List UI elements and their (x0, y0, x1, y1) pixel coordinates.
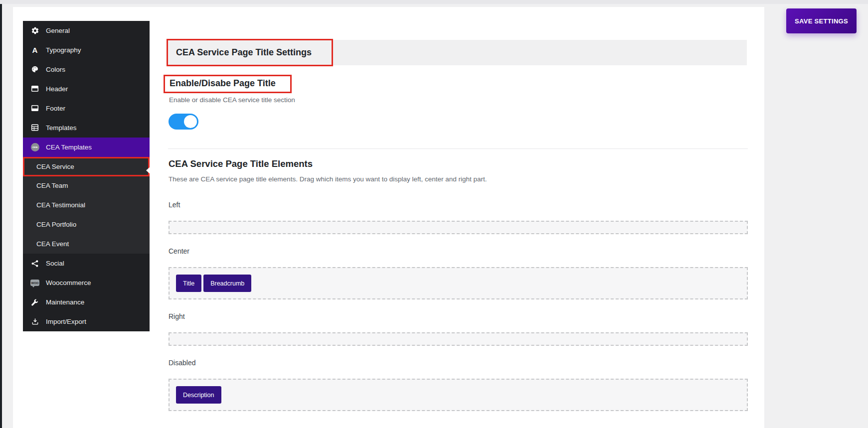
sidebar-item-cea-portfolio[interactable]: CEA Portfolio (23, 215, 150, 234)
typography-icon: A (30, 46, 40, 54)
dropzone-left[interactable] (169, 221, 748, 234)
dropzones: LeftCenterTitleBreadcrumbRightDisabledDe… (169, 197, 748, 411)
footer-icon (30, 104, 40, 112)
sidebar-item-label: Woocommerce (46, 279, 91, 286)
elements-description: These are CEA service page title element… (169, 175, 487, 183)
sidebar-item-label: CEA Event (36, 240, 69, 248)
sidebar-item-label: Import/Export (46, 318, 86, 325)
page-title-toggle[interactable] (169, 114, 198, 130)
sidebar-item-cea-service[interactable]: CEA Service (23, 157, 150, 176)
page-title: CEA Service Page Title Settings (176, 47, 312, 58)
wrench-icon (30, 298, 40, 306)
sidebar-item-header[interactable]: Header (23, 79, 150, 99)
sidebar-item-import-export[interactable]: Import/Export (23, 312, 150, 331)
enable-page-title-description: Enable or disable CEA service title sect… (169, 96, 295, 104)
palette-icon (30, 65, 40, 73)
import-export-icon (30, 318, 40, 325)
page: { "save_button": { "label": "SAVE SETTIN… (0, 0, 868, 428)
sidebar-item-cea-event[interactable]: CEA Event (23, 234, 150, 254)
dropzone-center[interactable]: TitleBreadcrumb (169, 267, 748, 299)
sidebar-item-label: Header (46, 85, 68, 93)
sidebar-item-label: Typography (46, 46, 81, 54)
sidebar-item-label: Social (46, 260, 64, 267)
sidebar-item-cea-team[interactable]: CEA Team (23, 176, 150, 196)
header-icon (30, 85, 40, 93)
zone-label-center: Center (169, 247, 748, 255)
sidebar-item-label: Footer (46, 105, 65, 112)
element-chip-breadcrumb[interactable]: Breadcrumb (203, 275, 251, 292)
woocommerce-icon: WOO (30, 280, 40, 286)
sidebar-item-social[interactable]: Social (23, 254, 150, 273)
sidebar-item-cea-testimonial[interactable]: CEA Testimonial (23, 195, 150, 215)
sidebar-item-woocommerce[interactable]: WOOWoocommerce (23, 273, 150, 292)
cea-badge-icon: cea (30, 143, 40, 151)
page-left-border (0, 0, 2, 428)
section-divider (168, 148, 748, 149)
zone-label-disabled: Disabled (169, 359, 748, 367)
zone-label-right: Right (169, 312, 748, 320)
templates-icon (30, 124, 40, 132)
sidebar-item-label: CEA Portfolio (36, 221, 76, 228)
sidebar-item-label: Maintenance (46, 298, 84, 306)
elements-heading: CEA Service Page Title Elements (169, 158, 313, 169)
sidebar-item-label: CEA Templates (46, 143, 92, 151)
element-chip-description[interactable]: Description (176, 386, 221, 404)
sidebar-item-label: CEA Service (36, 163, 74, 170)
sidebar-item-typography[interactable]: ATypography (23, 40, 150, 60)
zone-label-left: Left (169, 201, 748, 209)
active-item-caret (146, 166, 151, 174)
dropzone-disabled[interactable]: Description (169, 379, 748, 411)
sidebar-item-cea-templates[interactable]: ceaCEA Templates (23, 138, 150, 157)
sidebar-item-general[interactable]: General (23, 21, 150, 40)
settings-panel: CEA Service Page Title Settings Enable/D… (168, 0, 748, 428)
enable-page-title-heading: Enable/Disabe Page Title (170, 78, 276, 89)
sidebar-item-label: Colors (46, 66, 65, 73)
sidebar-item-label: General (46, 27, 70, 34)
share-icon (30, 260, 40, 268)
sidebar-item-label: CEA Testimonial (36, 201, 85, 209)
save-settings-button[interactable]: SAVE SETTINGS (786, 8, 857, 33)
sidebar-item-templates[interactable]: Templates (23, 118, 150, 138)
sidebar: GeneralATypographyColorsHeaderFooterTemp… (23, 21, 150, 331)
sidebar-item-label: CEA Team (36, 182, 68, 189)
element-chip-title[interactable]: Title (176, 275, 201, 292)
gear-icon (30, 26, 40, 35)
dropzone-right[interactable] (169, 332, 748, 346)
settings-header-band: CEA Service Page Title Settings (168, 40, 747, 65)
sidebar-item-label: Templates (46, 124, 77, 132)
sidebar-item-maintenance[interactable]: Maintenance (23, 292, 150, 312)
toggle-knob (184, 115, 197, 128)
sidebar-item-footer[interactable]: Footer (23, 99, 150, 118)
sidebar-item-colors[interactable]: Colors (23, 60, 150, 79)
